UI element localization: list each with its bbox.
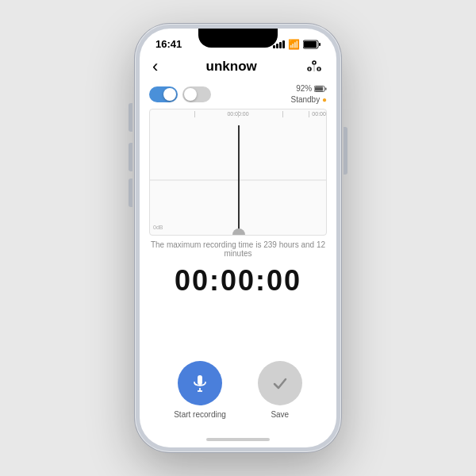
svg-rect-13 [198, 375, 202, 385]
status-time: 16:41 [155, 38, 182, 50]
check-icon [271, 374, 290, 393]
phone-screen: 16:41 📶 ‹ unknow [140, 29, 336, 447]
toggle-row: 92% Standby ● [149, 83, 327, 106]
timer-display: 00:00:00 [149, 264, 327, 298]
main-content: 92% Standby ● [140, 83, 336, 432]
svg-rect-2 [319, 43, 321, 46]
battery-icon [303, 40, 321, 49]
back-button[interactable]: ‹ [152, 56, 158, 77]
toggle-2[interactable] [182, 86, 211, 102]
record-button[interactable] [178, 361, 222, 405]
waveform-area: 00:00:00 00:00 0dB [149, 109, 327, 236]
wifi-icon: 📶 [288, 39, 300, 50]
standby-dot: ● [322, 95, 327, 104]
spacer [149, 313, 327, 361]
phone-frame: 16:41 📶 ‹ unknow [135, 24, 341, 452]
battery-small-icon [314, 86, 327, 92]
home-bar [206, 438, 270, 441]
status-icons: 📶 [273, 39, 321, 50]
max-time-text: The maximum recording time is 239 hours … [149, 240, 327, 258]
signal-icon [273, 40, 285, 48]
settings-button[interactable] [305, 57, 324, 76]
timeline-row: 00:00:00 00:00 [150, 111, 326, 125]
tick-50 [238, 111, 239, 117]
battery-percent: 92% [290, 83, 327, 94]
microphone-icon [190, 374, 209, 393]
settings-icon [306, 59, 322, 75]
end-time-label: 00:00 [312, 111, 326, 117]
home-indicator [140, 432, 336, 447]
db-label: 0dB [153, 225, 163, 230]
playhead [238, 125, 240, 235]
battery-status: 92% Standby ● [290, 83, 327, 106]
action-buttons: Start recording Save [149, 361, 327, 432]
page-title: unknow [206, 59, 257, 75]
save-label: Save [271, 410, 289, 419]
svg-rect-1 [304, 41, 317, 48]
tick-90 [309, 111, 309, 117]
save-button-group: Save [258, 361, 302, 419]
svg-rect-10 [315, 87, 323, 91]
svg-point-3 [313, 61, 316, 64]
record-label: Start recording [174, 410, 226, 419]
svg-rect-11 [325, 88, 327, 90]
record-button-group: Start recording [174, 361, 226, 419]
save-button[interactable] [258, 361, 302, 405]
tick-25 [194, 111, 195, 117]
standby-status: Standby ● [290, 94, 327, 106]
nav-bar: ‹ unknow [140, 53, 336, 83]
toggle-1[interactable] [149, 86, 178, 102]
playhead-handle[interactable] [232, 228, 245, 236]
status-bar: 16:41 📶 [140, 29, 336, 53]
toggle-switches [149, 86, 211, 102]
tick-75 [282, 111, 283, 117]
